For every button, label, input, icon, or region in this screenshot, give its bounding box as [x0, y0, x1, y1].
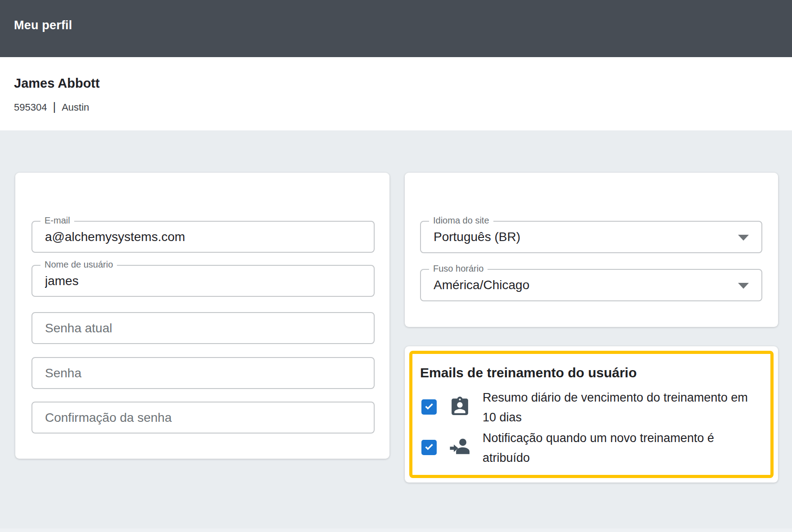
new-password-field-wrapper — [31, 357, 375, 389]
daily-summary-option: Resumo diário de vencimento do treinamen… — [421, 388, 763, 427]
preferences-card: Preferências Idioma do site Português (B… — [405, 173, 778, 327]
daily-summary-checkbox[interactable] — [421, 399, 437, 415]
training-emails-title: Emails de treinamento do usuário — [420, 365, 637, 380]
page-title: Meu perfil — [14, 18, 72, 32]
checkmark-icon — [423, 400, 435, 414]
new-training-option: Notificação quando um novo treinamento é… — [421, 428, 763, 468]
new-training-checkbox[interactable] — [421, 440, 437, 455]
confirm-password-field[interactable] — [32, 402, 374, 433]
username-field-wrapper: Nome de usuário — [31, 265, 375, 297]
user-summary-band: James Abbott 595304 | Austin — [0, 57, 792, 130]
user-meta: 595304 | Austin — [14, 100, 89, 114]
current-password-field[interactable] — [32, 313, 374, 343]
timezone-select[interactable]: Fuso horário América/Chicago — [420, 269, 762, 301]
email-field-wrapper: E-mail — [31, 221, 375, 253]
meta-divider: | — [53, 100, 56, 114]
new-password-field[interactable] — [32, 358, 374, 388]
username-field[interactable] — [32, 266, 374, 296]
dropdown-arrow-icon — [738, 283, 749, 289]
new-training-text: Notificação quando um novo treinamento é… — [483, 428, 752, 468]
user-full-name: James Abbott — [14, 76, 100, 91]
site-language-value: Português (BR) — [434, 222, 520, 252]
access-info-card: Informações de Acesso E-mail Nome de usu… — [15, 173, 389, 459]
current-password-field-wrapper — [31, 312, 375, 344]
assignment-person-badge-icon — [449, 396, 471, 418]
person-assigned-arrow-icon — [449, 436, 471, 458]
user-id: 595304 — [14, 102, 47, 113]
page-header: Meu perfil — [0, 0, 792, 57]
viewport-bottom-strip — [0, 528, 792, 532]
dropdown-arrow-icon — [738, 235, 749, 241]
daily-summary-text: Resumo diário de vencimento do treinamen… — [483, 388, 752, 427]
email-field[interactable] — [32, 222, 374, 252]
confirm-password-field-wrapper — [31, 402, 375, 434]
site-language-select[interactable]: Idioma do site Português (BR) — [420, 221, 762, 253]
user-site: Austin — [62, 102, 89, 113]
training-emails-card: Emails de treinamento do usuário Resumo … — [405, 346, 778, 483]
checkmark-icon — [423, 441, 435, 454]
timezone-value: América/Chicago — [434, 270, 529, 300]
